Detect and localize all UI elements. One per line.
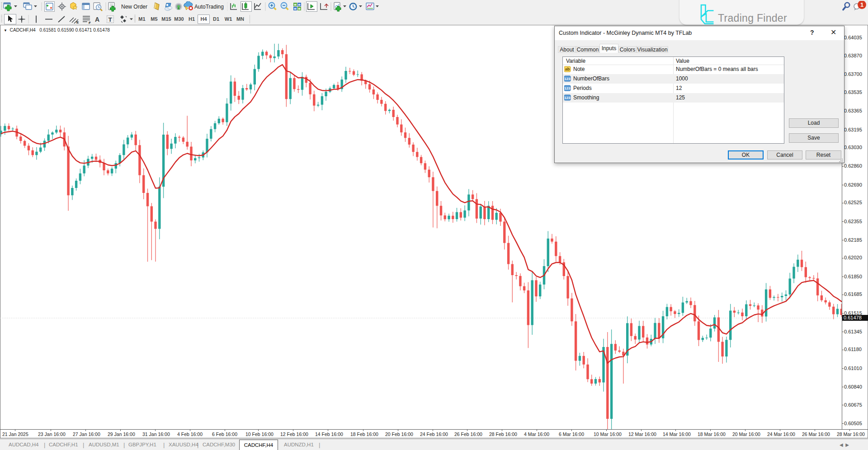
svg-text:123: 123 (564, 96, 571, 100)
svg-text:1: 1 (860, 1, 863, 8)
svg-text:123: 123 (564, 77, 571, 81)
svg-text:ab: ab (565, 67, 570, 71)
svg-text:123: 123 (564, 86, 571, 90)
